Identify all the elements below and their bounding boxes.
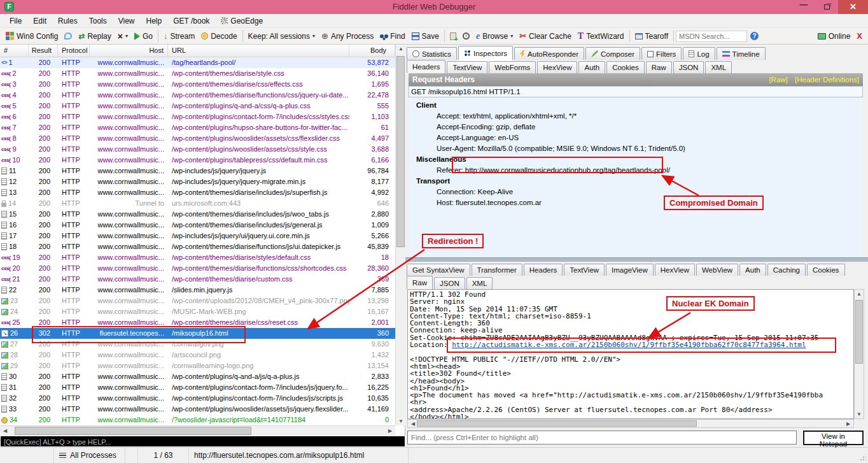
session-row[interactable]: css{10200HTTPwww.cornwallmusic.../wp-con… bbox=[0, 155, 395, 166]
scroll-left-icon[interactable]: ◀ bbox=[0, 428, 10, 434]
scrollbar-thumb[interactable] bbox=[15, 427, 251, 435]
minimize-button[interactable]: — bbox=[792, 0, 815, 14]
response-subtab-json[interactable]: JSON bbox=[434, 277, 465, 289]
scrollbar-thumb[interactable] bbox=[396, 56, 405, 247]
panel-splitter[interactable] bbox=[405, 257, 868, 262]
session-row[interactable]: css{20200HTTPwww.cornwallmusic.../wp-con… bbox=[0, 263, 395, 274]
session-row[interactable]: css{3200HTTPwww.cornwallmusic.../wp-cont… bbox=[0, 79, 395, 90]
session-row[interactable]: <>1200HTTPwww.cornwallmusic.../tag/heart… bbox=[0, 57, 395, 68]
menu-item-rules[interactable]: Rules bbox=[52, 15, 83, 27]
timer-button[interactable] bbox=[459, 31, 473, 41]
session-row[interactable]: 16200HTTPwww.cornwallmusic.../wp-content… bbox=[0, 220, 395, 231]
column-header-number[interactable]: # bbox=[0, 45, 29, 57]
browse-button[interactable]: eBrowse▾ bbox=[473, 30, 516, 43]
tearoff-button[interactable]: Tearoff bbox=[632, 31, 671, 42]
session-row[interactable]: css{25200HTTPwww.cornwallmusic.../wp-con… bbox=[0, 317, 395, 328]
menu-item-help[interactable]: Help bbox=[141, 15, 168, 27]
request-tab-textview[interactable]: TextView bbox=[447, 61, 487, 73]
response-tab-get-syntaxview[interactable]: Get SyntaxView bbox=[407, 264, 470, 276]
clear-cache-button[interactable]: ✂Clear Cache bbox=[516, 30, 575, 42]
raw-link[interactable]: [Raw] bbox=[769, 76, 787, 83]
session-row[interactable]: css{7200HTTPwww.cornwallmusic.../wp-cont… bbox=[0, 122, 395, 133]
session-row[interactable]: css{21200HTTPwww.cornwallmusic.../wp-con… bbox=[0, 274, 395, 285]
column-header-host[interactable]: Host bbox=[90, 45, 168, 57]
close-button[interactable]: ✕ bbox=[838, 0, 868, 14]
session-row[interactable]: 12200HTTPwww.cornwallmusic.../wp-include… bbox=[0, 176, 395, 187]
session-row[interactable]: 13200HTTPwww.cornwallmusic.../wp-content… bbox=[0, 187, 395, 198]
session-row[interactable]: 31200HTTPwww.cornwallmusic.../wp-content… bbox=[0, 382, 395, 393]
keep-sessions-dropdown[interactable]: Keep: All sessions▾ bbox=[245, 31, 318, 42]
request-tab-json[interactable]: JSON bbox=[673, 61, 704, 73]
column-header-result[interactable]: Result bbox=[29, 45, 58, 57]
response-tab-hexview[interactable]: HexView bbox=[655, 264, 695, 276]
session-row[interactable]: 15200HTTPwww.cornwallmusic.../wp-content… bbox=[0, 209, 395, 220]
request-tab-hexview[interactable]: HexView bbox=[537, 61, 577, 73]
session-row[interactable]: css{6200HTTPwww.cornwallmusic.../wp-cont… bbox=[0, 111, 395, 122]
session-row[interactable]: css{2200HTTPwww.cornwallmusic.../wp-cont… bbox=[0, 68, 395, 79]
screenshot-button[interactable] bbox=[447, 31, 459, 41]
tab-autoresponder[interactable]: AutoResponder bbox=[514, 47, 584, 60]
menu-item-get-book[interactable]: GET /book bbox=[167, 15, 215, 27]
session-row[interactable]: 22200HTTPwww.cornwallmusic.../slides.min… bbox=[0, 285, 395, 296]
tab-composer[interactable]: Composer bbox=[585, 47, 640, 60]
go-button[interactable]: Go bbox=[131, 31, 156, 42]
request-tab-raw[interactable]: Raw bbox=[646, 61, 672, 73]
session-row[interactable]: 30200HTTPwww.cornwallmusic.../wp-content… bbox=[0, 371, 395, 382]
session-row[interactable]: css{9200HTTPwww.cornwallmusic.../wp-cont… bbox=[0, 144, 395, 155]
capturing-cell[interactable] bbox=[0, 448, 54, 463]
session-row[interactable]: css{4200HTTPwww.cornwallmusic.../wp-cont… bbox=[0, 90, 395, 101]
view-in-notepad-button[interactable]: View in Notepad bbox=[803, 431, 864, 445]
session-row[interactable]: 32200HTTPwww.cornwallmusic.../wp-content… bbox=[0, 393, 395, 404]
scrollbar-thumb[interactable] bbox=[855, 300, 863, 364]
session-vertical-scrollbar[interactable]: ▲ ▼ bbox=[395, 45, 405, 425]
session-row[interactable]: 18200HTTPwww.cornwallmusic.../wp-content… bbox=[0, 241, 395, 252]
request-tab-xml[interactable]: XML bbox=[705, 61, 732, 73]
restore-button[interactable] bbox=[815, 0, 838, 14]
session-row[interactable]: css{19200HTTPwww.cornwallmusic.../wp-con… bbox=[0, 252, 395, 263]
request-tab-auth[interactable]: Auth bbox=[578, 61, 605, 73]
request-line[interactable]: GET /miksopulp16.html HTTP/1.1 bbox=[409, 86, 863, 97]
online-indicator[interactable]: Online bbox=[815, 31, 854, 42]
response-tab-webview[interactable]: WebView bbox=[696, 264, 738, 276]
win8-config-button[interactable]: Win8 Config bbox=[3, 31, 61, 42]
find-button[interactable]: Find bbox=[377, 31, 408, 42]
tab-log[interactable]: Log bbox=[683, 47, 715, 60]
scroll-right-icon[interactable]: ▶ bbox=[843, 421, 853, 427]
request-tab-headers[interactable]: Headers bbox=[407, 60, 445, 73]
comment-button[interactable] bbox=[61, 31, 75, 41]
menu-item-view[interactable]: View bbox=[113, 15, 141, 27]
menu-item-tools[interactable]: Tools bbox=[83, 15, 113, 27]
response-tab-imageview[interactable]: ImageView bbox=[606, 264, 654, 276]
session-row[interactable]: css{8200HTTPwww.cornwallmusic.../wp-cont… bbox=[0, 133, 395, 144]
response-tab-cookies[interactable]: Cookies bbox=[807, 264, 845, 276]
session-horizontal-scrollbar[interactable]: ◀ ▶ bbox=[0, 425, 395, 436]
any-process-button[interactable]: ⊕Any Process bbox=[318, 30, 377, 42]
session-row[interactable]: 24200HTTPwww.cornwallmusic.../MUSIC-Mark… bbox=[0, 306, 395, 317]
help-button[interactable]: ? bbox=[747, 31, 762, 41]
session-row[interactable]: 11200HTTPwww.cornwallmusic.../wp-include… bbox=[0, 166, 395, 176]
response-tab-auth[interactable]: Auth bbox=[739, 264, 766, 276]
save-button[interactable]: Save bbox=[409, 31, 442, 42]
response-tab-headers[interactable]: Headers bbox=[524, 264, 563, 276]
session-row[interactable]: 27200HTTPwww.cornwallmusic.../cornwallgo… bbox=[0, 339, 395, 350]
response-vertical-scrollbar[interactable]: ▲ ▼ bbox=[854, 289, 864, 419]
response-tab-transformer[interactable]: Transformer bbox=[472, 264, 522, 276]
scroll-up-icon[interactable]: ▲ bbox=[396, 46, 406, 52]
tab-timeline[interactable]: Timeline bbox=[717, 47, 766, 60]
menu-item-edit[interactable]: Edit bbox=[27, 15, 52, 27]
response-tab-textview[interactable]: TextView bbox=[564, 264, 605, 276]
session-row[interactable]: 34200HTTPwww.cornwallmusic.../?wooslider… bbox=[0, 415, 395, 425]
session-row[interactable]: 17200HTTPwww.cornwallmusic.../wp-include… bbox=[0, 231, 395, 241]
session-row[interactable]: 14200HTTPTunnel tours.microsoft.com:4436… bbox=[0, 198, 395, 209]
menu-item-geoedge[interactable]: GeoEdge bbox=[215, 15, 269, 27]
remove-button[interactable]: ×▾ bbox=[115, 31, 131, 41]
session-row[interactable]: 29200HTTPwww.cornwallmusic.../cornwallle… bbox=[0, 360, 395, 371]
scroll-down-icon[interactable]: ▼ bbox=[854, 411, 864, 417]
response-horizontal-scrollbar[interactable]: ◀ ▶ bbox=[407, 419, 854, 428]
location-link[interactable]: http://actudismatik.e-xms.com.ar/2150b06… bbox=[452, 341, 806, 349]
column-header-body[interactable]: Body bbox=[349, 45, 395, 57]
request-tab-cookies[interactable]: Cookies bbox=[606, 61, 645, 73]
tab-inspectors[interactable]: Inspectors bbox=[458, 46, 513, 60]
response-subtab-raw[interactable]: Raw bbox=[407, 276, 433, 289]
all-processes-cell[interactable]: All Processes bbox=[54, 448, 125, 463]
